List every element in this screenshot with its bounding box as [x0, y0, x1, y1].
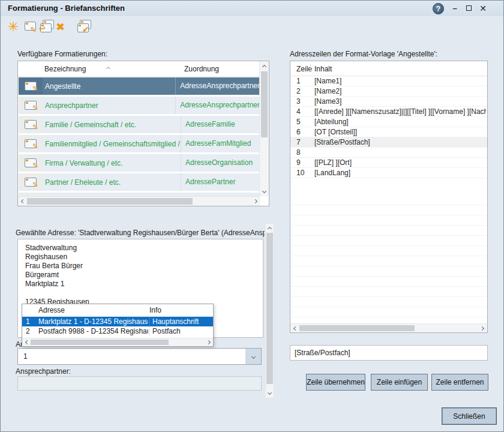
- address-line-row[interactable]: 9[[PLZ] ][Ort]: [290, 158, 487, 168]
- address-dropdown-popup: Adresse Info 1 Marktplatz 1 - D-12345 Re…: [22, 304, 214, 347]
- scroll-thumb[interactable]: [31, 340, 169, 345]
- address-lines-hscrollbar[interactable]: [290, 323, 487, 332]
- scroll-left-icon[interactable]: [18, 197, 26, 206]
- scroll-thumb[interactable]: [266, 233, 273, 384]
- format-icon: [25, 101, 37, 110]
- column-header-zuordnung[interactable]: Zuordnung: [184, 65, 219, 73]
- new-format-icon: ✳: [8, 19, 19, 34]
- minimize-icon[interactable]: –: [449, 2, 461, 14]
- table-row[interactable]: Angestellte AdresseAnsprechpartner: [19, 77, 260, 95]
- scroll-thumb[interactable]: [261, 71, 268, 137]
- scroll-left-icon[interactable]: [22, 338, 30, 346]
- table-row[interactable]: Firma / Verwaltung / etc. AdresseOrganis…: [19, 154, 260, 172]
- scroll-up-icon[interactable]: [266, 224, 274, 232]
- popup-header: Adresse Info: [22, 304, 213, 317]
- column-header-inhalt[interactable]: Inhalt: [314, 65, 332, 73]
- scroll-right-icon[interactable]: [479, 324, 487, 332]
- scroll-thumb[interactable]: [27, 198, 193, 205]
- format-table-hscrollbar[interactable]: [18, 196, 260, 206]
- apply-format-button[interactable]: ✔: [77, 20, 92, 34]
- edit-format-button[interactable]: ✎: [25, 20, 39, 34]
- address-lines-header[interactable]: Zeile Inhalt: [290, 61, 487, 76]
- popup-column-info[interactable]: Info: [149, 306, 161, 314]
- table-row[interactable]: Ansprechpartner AdresseAnsprechpartner: [19, 97, 260, 114]
- scroll-up-icon[interactable]: [260, 61, 269, 70]
- right-panel-label: Adresszeilen der Format-Vorlage 'Angeste…: [290, 50, 437, 58]
- ansprechpartner-input[interactable]: [17, 376, 262, 391]
- anschrift-value: 1: [23, 349, 28, 364]
- chosen-address-label: Gewählte Adresse: 'Stadtverwaltung Regis…: [16, 229, 265, 237]
- scroll-right-icon[interactable]: [252, 197, 260, 206]
- format-table-vscrollbar[interactable]: [259, 61, 269, 196]
- column-header-bezeichnung[interactable]: Bezeichnung: [44, 65, 86, 73]
- popup-row-selected[interactable]: 1 Marktplatz 1 - D-12345 Regishausen Hau…: [22, 317, 213, 326]
- format-icon: [25, 82, 37, 91]
- format-table: Bezeichnung Zuordnung Angestellte Adress…: [17, 61, 269, 206]
- format-icon: [25, 139, 37, 148]
- window-title: Formatierung - Briefanschriften: [8, 1, 125, 16]
- toolbar: ✳ ✎ ↩ ✖ ✔: [1, 16, 504, 38]
- address-line-row[interactable]: 8: [290, 148, 487, 158]
- anschrift-combobox[interactable]: 1: [17, 348, 262, 365]
- empty-rows-area: [291, 195, 487, 323]
- zeile-entfernen-button[interactable]: Zeile entfernen: [431, 374, 488, 391]
- copy-format-button[interactable]: ↩: [40, 20, 55, 34]
- help-icon[interactable]: ?: [433, 3, 444, 14]
- left-panel-label: Verfügbare Formatierungen:: [17, 50, 107, 58]
- title-bar: Formatierung - Briefanschriften ? – ✕: [1, 1, 504, 16]
- scroll-right-icon[interactable]: [205, 338, 213, 346]
- delete-format-button[interactable]: ✖: [56, 20, 70, 34]
- address-line-row[interactable]: 3[Name3]: [290, 97, 487, 107]
- delete-format-icon: ✖: [56, 21, 65, 33]
- format-table-rows: Angestellte AdresseAnsprechpartner Anspr…: [19, 77, 260, 196]
- scroll-down-icon[interactable]: [266, 389, 274, 398]
- format-icon: [25, 178, 37, 187]
- chevron-down-icon[interactable]: [245, 349, 261, 364]
- scroll-down-icon[interactable]: [260, 187, 269, 196]
- popup-hscrollbar[interactable]: [22, 338, 213, 346]
- column-header-zeile[interactable]: Zeile: [296, 65, 312, 73]
- scroll-left-icon[interactable]: [290, 324, 299, 332]
- zeile-einfuegen-button[interactable]: Zeile einfügen: [371, 374, 428, 391]
- table-row[interactable]: Familienmitglied / Gemeinschaftsmitglied…: [19, 135, 260, 152]
- table-row[interactable]: Partner / Eheleute / etc. AdressePartner: [19, 173, 260, 191]
- address-line-row[interactable]: 1[Name1]: [290, 76, 487, 86]
- address-line-row[interactable]: 10[LandLang]: [290, 168, 487, 178]
- address-line-row[interactable]: 4[[Anrede] ][[Namenszusatz]||][[Titel] ]…: [290, 107, 487, 117]
- popup-column-adresse[interactable]: Adresse: [38, 306, 65, 314]
- table-row[interactable]: Familie / Gemeinschaft / etc. AdresseFam…: [19, 116, 260, 133]
- address-line-row-selected[interactable]: 7[Straße/Postfach]: [290, 137, 487, 148]
- scroll-thumb[interactable]: [299, 325, 415, 331]
- zeile-uebernehmen-button[interactable]: Zeile übernehmen: [306, 374, 365, 391]
- schliessen-button[interactable]: Schließen: [442, 407, 497, 425]
- format-icon: [25, 120, 37, 129]
- format-icon: [25, 158, 37, 167]
- ansprechpartner-label: Ansprechpartner:: [16, 367, 71, 376]
- maximize-glyph: [466, 5, 472, 11]
- new-format-button[interactable]: ✳: [8, 20, 22, 34]
- address-lines-table: Zeile Inhalt 1[Name1] 2[Name2] 3[Name3] …: [290, 61, 488, 333]
- formatierung-dialog: { "window": { "title": "Formatierung - B…: [0, 0, 504, 432]
- sort-asc-icon: [107, 64, 110, 72]
- address-line-row[interactable]: 6[OT [Ortsteil]]: [290, 127, 487, 137]
- address-line-row[interactable]: 2[Name2]: [290, 86, 487, 97]
- format-table-header[interactable]: Bezeichnung Zuordnung: [18, 61, 269, 77]
- line-content-input[interactable]: [Straße/Postfach]: [290, 345, 488, 361]
- popup-row[interactable]: 2 Postfach 9988 - D-12354 Regishausen Po…: [22, 326, 213, 336]
- close-icon[interactable]: ✕: [477, 2, 489, 14]
- address-line-row[interactable]: 5[Abteilung]: [290, 117, 487, 127]
- address-section-vscrollbar[interactable]: [265, 223, 274, 398]
- maximize-icon[interactable]: [463, 2, 475, 14]
